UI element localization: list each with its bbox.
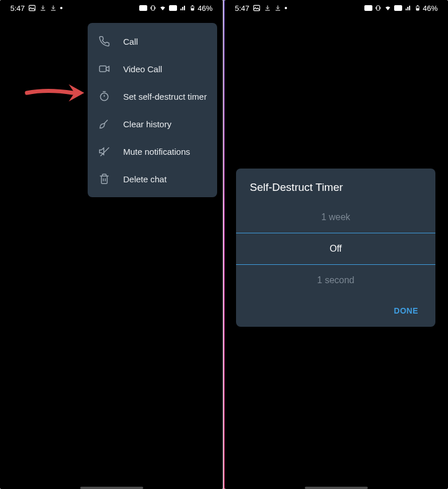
timer-picker[interactable]: 1 week Off 1 second — [236, 202, 435, 296]
svg-rect-14 — [417, 6, 418, 6]
svg-rect-7 — [100, 66, 107, 72]
download-icon — [264, 5, 271, 11]
svg-rect-12 — [394, 5, 402, 11]
svg-rect-15 — [416, 9, 418, 10]
menu-label: Set self-destruct timer — [123, 92, 207, 101]
battery-text: 46% — [198, 4, 213, 13]
battery-text: 46% — [423, 4, 438, 13]
svg-rect-1 — [139, 5, 147, 11]
download-icon — [40, 5, 46, 11]
status-time: 5:47 — [235, 4, 249, 13]
vibrate-icon — [150, 5, 156, 11]
dialog-title: Self-Destruct Timer — [236, 181, 435, 202]
lte-icon — [169, 5, 177, 11]
menu-label: Video Call — [123, 64, 162, 74]
phone-left: 5:47 46% Call Video Call Set self-dest — [0, 0, 223, 489]
nav-indicator — [80, 487, 143, 489]
svg-rect-6 — [191, 9, 193, 10]
svg-rect-11 — [376, 6, 379, 10]
picker-option-selected[interactable]: Off — [236, 233, 435, 265]
svg-point-8 — [100, 93, 108, 100]
menu-label: Call — [123, 37, 138, 46]
image-icon — [253, 4, 261, 12]
signal-icon — [404, 5, 412, 11]
menu-self-destruct[interactable]: Set self-destruct timer — [88, 83, 217, 110]
svg-rect-3 — [169, 5, 177, 11]
menu-mute[interactable]: Mute notifications — [88, 138, 217, 165]
image-icon — [28, 4, 36, 12]
svg-rect-5 — [192, 6, 193, 6]
trash-icon — [98, 173, 111, 185]
status-bar: 5:47 46% — [0, 0, 223, 16]
status-time: 5:47 — [10, 4, 25, 13]
menu-call[interactable]: Call — [88, 28, 217, 55]
battery-icon — [190, 4, 195, 12]
menu-label: Clear history — [123, 119, 171, 129]
arrow-annotation — [24, 77, 87, 109]
svg-rect-10 — [364, 5, 372, 11]
done-button[interactable]: DONE — [387, 302, 425, 320]
signal-icon — [179, 5, 187, 11]
status-bar: 5:47 46% — [225, 0, 448, 16]
download-icon-2 — [50, 5, 57, 11]
download-icon-2 — [274, 5, 281, 11]
battery-icon — [415, 4, 421, 12]
menu-clear-history[interactable]: Clear history — [88, 110, 217, 138]
self-destruct-dialog: Self-Destruct Timer 1 week Off 1 second … — [236, 169, 435, 327]
nav-indicator — [305, 487, 368, 489]
wifi-icon — [384, 5, 392, 11]
picker-option-before[interactable]: 1 week — [236, 202, 435, 233]
phone-icon — [98, 35, 111, 48]
context-menu: Call Video Call Set self-destruct timer … — [88, 23, 217, 197]
mute-icon — [98, 145, 111, 158]
auto-icon — [139, 5, 147, 11]
menu-label: Mute notifications — [123, 147, 190, 157]
vibrate-icon — [375, 5, 382, 11]
broom-icon — [98, 118, 111, 130]
timer-icon — [98, 90, 111, 103]
auto-icon — [364, 5, 372, 11]
picker-option-after[interactable]: 1 second — [236, 265, 435, 296]
phone-right: 5:47 46% Self-Destruct Timer 1 week Off … — [225, 0, 448, 489]
svg-rect-2 — [151, 6, 154, 10]
dot-icon — [285, 7, 287, 9]
menu-delete[interactable]: Delete chat — [88, 165, 217, 193]
wifi-icon — [159, 5, 167, 11]
video-icon — [98, 62, 111, 75]
lte-icon — [394, 5, 402, 11]
menu-label: Delete chat — [123, 174, 167, 184]
menu-video-call[interactable]: Video Call — [88, 55, 217, 83]
dot-icon — [60, 7, 62, 9]
